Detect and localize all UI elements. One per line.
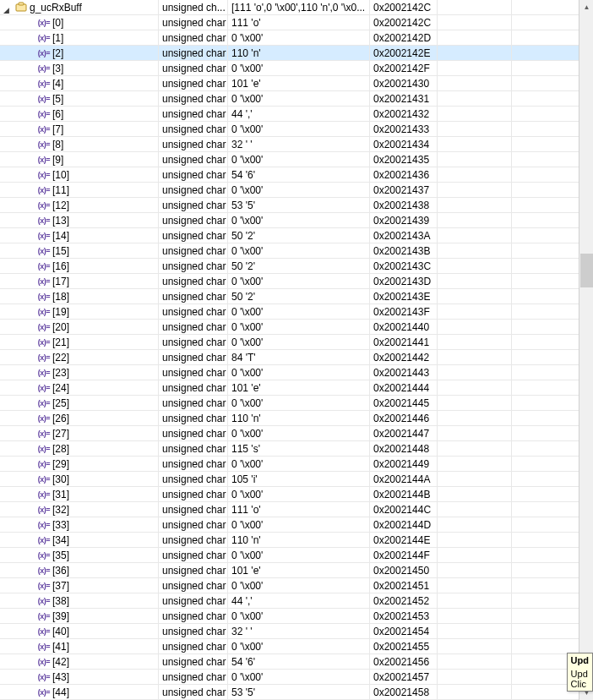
value-cell[interactable]: 53 '5' — [228, 685, 370, 699]
value-cell[interactable]: 101 'e' — [228, 380, 370, 395]
value-cell[interactable]: 0 '\x00' — [228, 320, 370, 334]
watch-row[interactable]: (x)=[5]unsigned char0 '\x00'0x20021431 — [0, 91, 585, 107]
value-cell[interactable]: 0 '\x00' — [228, 670, 370, 684]
value-cell[interactable]: 50 '2' — [228, 259, 370, 273]
watch-row[interactable]: (x)=[28]unsigned char115 's'0x20021448 — [0, 441, 585, 457]
value-cell[interactable]: 111 'o' — [228, 502, 370, 517]
watch-row[interactable]: (x)=[1]unsigned char0 '\x00'0x2002142D — [0, 30, 585, 46]
watch-row[interactable]: (x)=[39]unsigned char0 '\x00'0x20021453 — [0, 609, 585, 624]
watch-row[interactable]: (x)=[23]unsigned char0 '\x00'0x20021443 — [0, 365, 585, 380]
value-cell[interactable]: 50 '2' — [228, 228, 370, 243]
value-cell[interactable]: 0 '\x00' — [228, 61, 370, 75]
scroll-up-button[interactable]: ▲ — [579, 0, 593, 14]
value-cell[interactable]: 54 '6' — [228, 167, 370, 182]
watch-row[interactable]: (x)=[34]unsigned char110 'n'0x2002144E — [0, 533, 585, 548]
watch-row[interactable]: (x)=[10]unsigned char54 '6'0x20021436 — [0, 167, 585, 183]
value-cell[interactable]: [111 'o',0 '\x00',110 'n',0 '\x0... — [228, 0, 370, 14]
watch-row[interactable]: (x)=[29]unsigned char0 '\x00'0x20021449 — [0, 457, 585, 472]
watch-row[interactable]: (x)=[11]unsigned char0 '\x00'0x20021437 — [0, 183, 585, 198]
watch-row[interactable]: (x)=[12]unsigned char53 '5'0x20021438 — [0, 198, 585, 213]
value-cell[interactable]: 53 '5' — [228, 198, 370, 212]
value-cell[interactable]: 0 '\x00' — [228, 396, 370, 410]
value-cell[interactable]: 0 '\x00' — [228, 426, 370, 440]
watch-row[interactable]: (x)=[14]unsigned char50 '2'0x2002143A — [0, 228, 585, 243]
value-cell[interactable]: 0 '\x00' — [228, 30, 370, 45]
watch-row[interactable]: (x)=[33]unsigned char0 '\x00'0x2002144D — [0, 517, 585, 533]
watch-row[interactable]: (x)=[15]unsigned char0 '\x00'0x2002143B — [0, 243, 585, 259]
watch-row-root[interactable]: g_ucRxBuff unsigned ch... [111 'o',0 '\x… — [0, 0, 585, 15]
expand-toggle-icon[interactable] — [3, 3, 13, 12]
watch-row[interactable]: (x)=[13]unsigned char0 '\x00'0x20021439 — [0, 213, 585, 228]
watch-row[interactable]: (x)=[2]unsigned char110 'n'0x2002142E — [0, 46, 585, 61]
value-cell[interactable]: 0 '\x00' — [228, 365, 370, 380]
value-cell[interactable]: 54 '6' — [228, 654, 370, 669]
watch-row[interactable]: (x)=[37]unsigned char0 '\x00'0x20021451 — [0, 578, 585, 593]
value-cell[interactable]: 44 ',' — [228, 593, 370, 608]
watch-row[interactable]: (x)=[32]unsigned char111 'o'0x2002144C — [0, 502, 585, 517]
watch-row[interactable]: (x)=[20]unsigned char0 '\x00'0x20021440 — [0, 320, 585, 335]
value-cell[interactable]: 0 '\x00' — [228, 213, 370, 227]
watch-row[interactable]: (x)=[3]unsigned char0 '\x00'0x2002142F — [0, 61, 585, 76]
value-cell[interactable]: 32 ' ' — [228, 624, 370, 638]
value-cell[interactable]: 0 '\x00' — [228, 639, 370, 654]
watch-row[interactable]: (x)=[38]unsigned char44 ','0x20021452 — [0, 593, 585, 609]
value-cell[interactable]: 0 '\x00' — [228, 457, 370, 471]
value-cell[interactable]: 0 '\x00' — [228, 183, 370, 197]
watch-row[interactable]: (x)=[9]unsigned char0 '\x00'0x20021435 — [0, 152, 585, 167]
watch-row[interactable]: (x)=[4]unsigned char101 'e'0x20021430 — [0, 76, 585, 91]
empty-cell — [438, 396, 512, 410]
watch-row[interactable]: (x)=[25]unsigned char0 '\x00'0x20021445 — [0, 396, 585, 411]
value-cell[interactable]: 111 'o' — [228, 15, 370, 30]
watch-row[interactable]: (x)=[22]unsigned char84 'T'0x20021442 — [0, 350, 585, 365]
value-cell[interactable]: 105 'i' — [228, 472, 370, 486]
watch-row[interactable]: (x)=[21]unsigned char0 '\x00'0x20021441 — [0, 335, 585, 350]
value-cell[interactable]: 0 '\x00' — [228, 243, 370, 258]
value-cell[interactable]: 110 'n' — [228, 533, 370, 547]
value-cell[interactable]: 0 '\x00' — [228, 548, 370, 562]
value-cell[interactable]: 110 'n' — [228, 411, 370, 425]
watch-row[interactable]: (x)=[35]unsigned char0 '\x00'0x2002144F — [0, 548, 585, 563]
watch-row[interactable]: (x)=[40]unsigned char32 ' '0x20021454 — [0, 624, 585, 639]
watch-row[interactable]: (x)=[41]unsigned char0 '\x00'0x20021455 — [0, 639, 585, 654]
watch-row[interactable]: (x)=[8]unsigned char32 ' '0x20021434 — [0, 137, 585, 152]
value-cell[interactable]: 0 '\x00' — [228, 517, 370, 532]
value-cell[interactable]: 0 '\x00' — [228, 578, 370, 593]
watch-row[interactable]: (x)=[44]unsigned char53 '5'0x20021458 — [0, 685, 585, 700]
watch-row[interactable]: (x)=[6]unsigned char44 ','0x20021432 — [0, 107, 585, 122]
watch-row[interactable]: (x)=[43]unsigned char0 '\x00'0x20021457 — [0, 670, 585, 685]
vertical-scrollbar[interactable]: ▲ ▼ — [579, 0, 593, 700]
watch-row[interactable]: (x)=[24]unsigned char101 'e'0x20021444 — [0, 380, 585, 396]
watch-row[interactable]: (x)=[30]unsigned char105 'i'0x2002144A — [0, 472, 585, 487]
value-cell[interactable]: 0 '\x00' — [228, 91, 370, 106]
value-cell[interactable]: 0 '\x00' — [228, 609, 370, 623]
value-cell[interactable]: 50 '2' — [228, 289, 370, 304]
watch-row[interactable]: (x)=[17]unsigned char0 '\x00'0x2002143D — [0, 274, 585, 289]
value-cell[interactable]: 84 'T' — [228, 350, 370, 364]
value-cell[interactable]: 0 '\x00' — [228, 335, 370, 349]
value-cell[interactable]: 0 '\x00' — [228, 152, 370, 167]
value-cell[interactable]: 44 ',' — [228, 107, 370, 121]
value-cell[interactable]: 115 's' — [228, 441, 370, 456]
value-cell[interactable]: 0 '\x00' — [228, 122, 370, 136]
value-cell[interactable]: 110 'n' — [228, 46, 370, 60]
watch-row[interactable]: (x)=[7]unsigned char0 '\x00'0x20021433 — [0, 122, 585, 137]
empty-cell — [512, 152, 585, 167]
scroll-thumb[interactable] — [580, 254, 593, 287]
value-cell[interactable]: 0 '\x00' — [228, 304, 370, 319]
watch-row[interactable]: (x)=[31]unsigned char0 '\x00'0x2002144B — [0, 487, 585, 502]
watch-row[interactable]: (x)=[19]unsigned char0 '\x00'0x2002143F — [0, 304, 585, 320]
watch-row[interactable]: (x)=[27]unsigned char0 '\x00'0x20021447 — [0, 426, 585, 441]
value-cell[interactable]: 32 ' ' — [228, 137, 370, 151]
watch-row[interactable]: (x)=[16]unsigned char50 '2'0x2002143C — [0, 259, 585, 274]
watch-row[interactable]: (x)=[0]unsigned char111 'o'0x2002142C — [0, 15, 585, 30]
watch-row[interactable]: (x)=[42]unsigned char54 '6'0x20021456 — [0, 654, 585, 670]
value-cell[interactable]: 101 'e' — [228, 563, 370, 577]
empty-cell — [438, 411, 512, 425]
watch-row[interactable]: (x)=[26]unsigned char110 'n'0x20021446 — [0, 411, 585, 426]
value-cell[interactable]: 0 '\x00' — [228, 274, 370, 288]
watch-grid[interactable]: g_ucRxBuff unsigned ch... [111 'o',0 '\x… — [0, 0, 585, 700]
watch-row[interactable]: (x)=[36]unsigned char101 'e'0x20021450 — [0, 563, 585, 578]
watch-row[interactable]: (x)=[18]unsigned char50 '2'0x2002143E — [0, 289, 585, 304]
value-cell[interactable]: 0 '\x00' — [228, 487, 370, 501]
value-cell[interactable]: 101 'e' — [228, 76, 370, 90]
